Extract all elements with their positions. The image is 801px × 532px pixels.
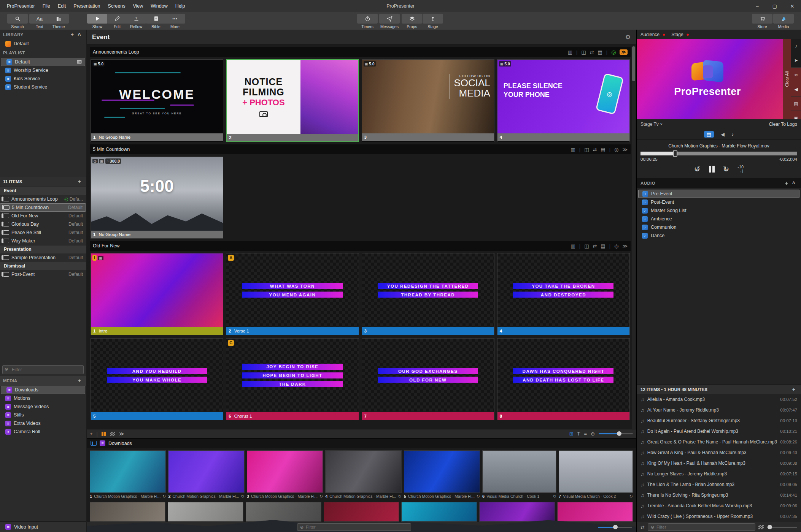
media-thumb[interactable] (246, 502, 321, 522)
vertical-scrollbar[interactable] (632, 46, 636, 429)
media-thumb[interactable]: 7Visual Media Church - Cook 2↻ (559, 450, 633, 500)
shuffle-button[interactable]: ⇄ (640, 524, 645, 530)
clear-slide-icon[interactable]: ▤ (791, 97, 801, 111)
media-thumb[interactable]: 3Church Motion Graphics - Marble Fl...↻ (247, 450, 323, 500)
item-way-maker[interactable]: Way Maker Default (0, 237, 86, 245)
audio-collapse-button[interactable]: ˄ (790, 180, 797, 186)
minimize-button[interactable]: – (749, 0, 766, 12)
media-item-stills[interactable]: ≣ Stills (0, 411, 86, 419)
slide-social-media[interactable]: ▣5.0 FOLLOW US ON SOCIAL MEDIA 3 (362, 59, 494, 142)
arrangement-icon[interactable]: ⇄ (593, 147, 597, 152)
pause-button[interactable] (709, 166, 715, 173)
messages-button[interactable]: Messages (379, 14, 400, 29)
skip-icon[interactable]: ≫ (620, 49, 628, 55)
loop-icon[interactable]: ◎ (614, 243, 618, 249)
media-thumb[interactable] (401, 502, 477, 522)
gear-icon[interactable]: ⚙ (625, 33, 631, 41)
maximize-button[interactable]: ▢ (766, 0, 784, 12)
audio-tab[interactable]: ♪ (731, 131, 734, 137)
item-sample-presentation[interactable]: Sample Presentation Default (0, 253, 86, 262)
audio-file[interactable]: ♫Great Grace & O Praise The Name - Paul … (637, 437, 801, 447)
item-announcements-loop[interactable]: Announcements Loop ◎ Defa... (0, 195, 86, 203)
item-post-event[interactable]: Post-Event Default (0, 270, 86, 279)
bible-button[interactable]: Bible (145, 14, 167, 29)
media-button[interactable]: Media (773, 14, 794, 29)
show-button[interactable]: Show (87, 14, 108, 29)
film-icon[interactable]: ▥ (571, 147, 575, 152)
slide-chorus1-a[interactable]: C JOY BEGIN TO RISE HOPE BEGIN TO LIGHT … (226, 338, 359, 420)
clear-to-logo-button[interactable]: Clear To Logo (769, 122, 798, 127)
media-thumb[interactable]: 5Church Motion Graphics - Marble Fl...↻ (404, 450, 480, 500)
skip-icon[interactable]: ≫ (622, 243, 628, 249)
slide-intro[interactable]: I▣ 1Intro (91, 253, 223, 335)
library-add-button[interactable]: + (69, 32, 76, 38)
audio-file[interactable]: ♫Do It Again - Paul Arend Bethel Worship… (637, 426, 801, 437)
media-item-camera-roll[interactable]: ● Camera Roll (0, 428, 86, 436)
video-input-row[interactable]: ▦ Video Input (0, 521, 86, 532)
media-item-message-videos[interactable]: ≣ Message Videos (0, 402, 86, 411)
loop-live-icon[interactable]: ◎ (611, 49, 616, 55)
media-filter-input[interactable] (297, 523, 411, 531)
clear-audio-icon[interactable]: ♪ (791, 39, 801, 53)
media-thumb[interactable] (479, 502, 555, 522)
audio-items-add-button[interactable]: + (790, 386, 797, 393)
item-peace-be-still[interactable]: Peace Be Still Default (0, 228, 86, 237)
more-button[interactable]: ••• More (164, 14, 186, 29)
audio-file[interactable]: ♫How Great A King - Paul & Hannah McClur… (637, 447, 801, 458)
slide-chorus1-b[interactable]: OUR GOD EXCHANGES OLD FOR NEW 7 (362, 338, 494, 420)
arrangement-icon[interactable]: ⇄ (593, 243, 597, 249)
slide-tab[interactable]: ▤ (704, 131, 714, 138)
media-add-button[interactable]: + (76, 378, 83, 384)
menu-help[interactable]: Help (172, 2, 188, 10)
panel-toggle-icon[interactable] (91, 441, 97, 446)
scrubber-handle[interactable] (673, 150, 677, 157)
slide-silence-phone[interactable]: ▣5.0 PLEASE SILENCEYOUR PHONE ◎ 4 (497, 59, 630, 142)
reflow-view-icon[interactable]: ▤ (601, 147, 605, 152)
audio-bin-communion[interactable]: ♪Communion (638, 223, 799, 231)
menu-propresenter[interactable]: ProPresenter (4, 2, 38, 10)
audio-file[interactable]: ♫At Your Name - Jeremy Riddle.mp300:07:4… (637, 405, 801, 415)
search-button[interactable]: Search (7, 14, 28, 29)
clear-props-button[interactable] (110, 432, 115, 436)
item-glorious-day[interactable]: Glorious Day Default (0, 220, 86, 228)
zoom-out-button[interactable]: ⊖ (591, 431, 595, 437)
clipboard-icon[interactable]: ◫ (584, 147, 589, 152)
skip-back-15-button[interactable]: ↺15 (694, 165, 701, 174)
audio-file[interactable]: ♫Beautiful Surrender - Steffany Gretzing… (637, 415, 801, 426)
slide-countdown[interactable]: ◷ ▣ ◔300.0 5:00 1No Group Name (91, 157, 223, 239)
audio-bin-dance[interactable]: ♪Dance (638, 231, 799, 240)
item-5-min-countdown[interactable]: 5 Min Countdown Default (0, 203, 86, 212)
clear-announcements-icon[interactable]: ◀ (791, 82, 801, 97)
item-old-for-new[interactable]: Old For New Default (0, 212, 86, 220)
audio-file[interactable]: ♫There Is No Striving - Rita Springer.mp… (637, 490, 801, 500)
reflow-view-icon[interactable]: ▤ (601, 243, 605, 249)
media-thumb[interactable] (557, 502, 633, 522)
clear-media-icon[interactable]: ▣ (791, 111, 801, 119)
audio-filter-input[interactable] (648, 523, 755, 531)
arrangement-icon[interactable]: ⇄ (590, 49, 594, 55)
media-thumb[interactable]: 6Visual Media Church - Cook 1↻ (482, 450, 556, 500)
media-thumb[interactable] (90, 502, 165, 522)
playback-progress-bar[interactable] (640, 152, 797, 155)
stage-button[interactable]: Stage (422, 14, 443, 29)
items-add-button[interactable]: + (76, 179, 83, 185)
clipboard-icon[interactable]: ◫ (584, 243, 589, 249)
film-icon[interactable]: ▥ (568, 49, 572, 55)
library-collapse-button[interactable]: ˄ (76, 32, 83, 38)
reflow-button[interactable]: T Reflow (126, 14, 147, 29)
menu-file[interactable]: File (40, 2, 53, 10)
menu-screens[interactable]: Screens (105, 2, 129, 10)
playlist-item-worship-service[interactable]: ≣ Worship Service (0, 66, 86, 74)
audio-fade-icon[interactable] (758, 525, 764, 529)
media-thumb[interactable]: 2Church Motion Graphics - Marble Fl...↻ (168, 450, 244, 500)
audio-file[interactable]: ♫Wild Crazy ( Live ) Spontaneous - Upper… (637, 511, 801, 522)
audience-label[interactable]: Audience ● (640, 32, 665, 37)
thumbnail-size-slider[interactable] (599, 433, 633, 434)
skip-forward-15-button[interactable]: ↻15 (723, 165, 729, 174)
clear-messages-icon[interactable]: ➤ (791, 53, 801, 68)
grid-view-button[interactable]: ⊞ (569, 431, 574, 437)
film-icon[interactable]: ▥ (571, 243, 575, 249)
reflow-view-icon[interactable]: ▤ (598, 49, 602, 55)
clear-all-strip[interactable]: Clear All (783, 39, 791, 119)
list-view-button[interactable]: ≡ (584, 431, 587, 437)
